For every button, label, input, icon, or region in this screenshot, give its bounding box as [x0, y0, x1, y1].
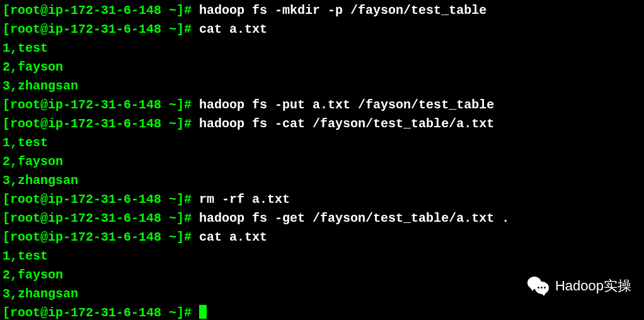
shell-command: hadoop fs -cat /fayson/test_table/a.txt [199, 117, 494, 131]
command-output: 3,zhangsan [3, 173, 78, 188]
shell-command: hadoop fs -mkdir -p /fayson/test_table [199, 3, 486, 18]
command-output: 2,fayson [3, 268, 63, 282]
terminal-line: 2,fayson [3, 58, 641, 77]
watermark-text: Hadoop实操 [555, 275, 631, 296]
shell-prompt: [root@ip-172-31-6-148 ~]# [3, 192, 199, 207]
shell-command: cat a.txt [199, 230, 267, 244]
terminal-line: [root@ip-172-31-6-148 ~]# rm -rf a.txt [3, 190, 641, 209]
shell-command: hadoop fs -put a.txt /fayson/test_table [199, 98, 494, 112]
command-output: 2,fayson [3, 60, 63, 74]
terminal-line: [root@ip-172-31-6-148 ~]# cat a.txt [3, 228, 641, 247]
watermark: Hadoop实操 [527, 275, 631, 296]
terminal-line: [root@ip-172-31-6-148 ~]# cat a.txt [3, 20, 641, 39]
shell-command: hadoop fs -get /fayson/test_table/a.txt … [199, 211, 509, 226]
terminal-line: 1,test [3, 134, 641, 152]
command-output: 1,test [3, 41, 48, 55]
terminal-line: [root@ip-172-31-6-148 ~]# hadoop fs -mkd… [3, 1, 641, 20]
shell-command: rm -rf a.txt [199, 192, 290, 207]
terminal-cursor[interactable] [199, 305, 207, 319]
command-output: 3,zhangsan [3, 287, 78, 301]
command-output: 2,fayson [3, 154, 63, 169]
shell-prompt: [root@ip-172-31-6-148 ~]# [3, 211, 199, 226]
terminal-line: 3,zhangsan [3, 77, 641, 96]
command-output: 1,test [3, 135, 48, 150]
terminal-line: 2,fayson [3, 152, 641, 171]
shell-prompt: [root@ip-172-31-6-148 ~]# [3, 22, 199, 37]
shell-prompt: [root@ip-172-31-6-148 ~]# [3, 117, 199, 131]
terminal-output[interactable]: [root@ip-172-31-6-148 ~]# hadoop fs -mkd… [3, 1, 641, 320]
shell-prompt: [root@ip-172-31-6-148 ~]# [3, 3, 199, 18]
shell-command: cat a.txt [199, 22, 267, 37]
terminal-line: [root@ip-172-31-6-148 ~]# hadoop fs -put… [3, 96, 641, 115]
shell-prompt: [root@ip-172-31-6-148 ~]# [3, 230, 199, 244]
shell-prompt: [root@ip-172-31-6-148 ~]# [3, 306, 199, 320]
terminal-line: 1,test [3, 247, 641, 266]
command-output: 3,zhangsan [3, 79, 78, 93]
terminal-line: [root@ip-172-31-6-148 ~]# hadoop fs -cat… [3, 115, 641, 134]
terminal-line: 3,zhangsan [3, 171, 641, 190]
wechat-icon [527, 277, 550, 295]
terminal-line: [root@ip-172-31-6-148 ~]# hadoop fs -get… [3, 209, 641, 228]
shell-prompt: [root@ip-172-31-6-148 ~]# [3, 98, 199, 112]
terminal-line: [root@ip-172-31-6-148 ~]# [3, 304, 641, 320]
terminal-line: 1,test [3, 39, 641, 58]
command-output: 1,test [3, 249, 48, 263]
